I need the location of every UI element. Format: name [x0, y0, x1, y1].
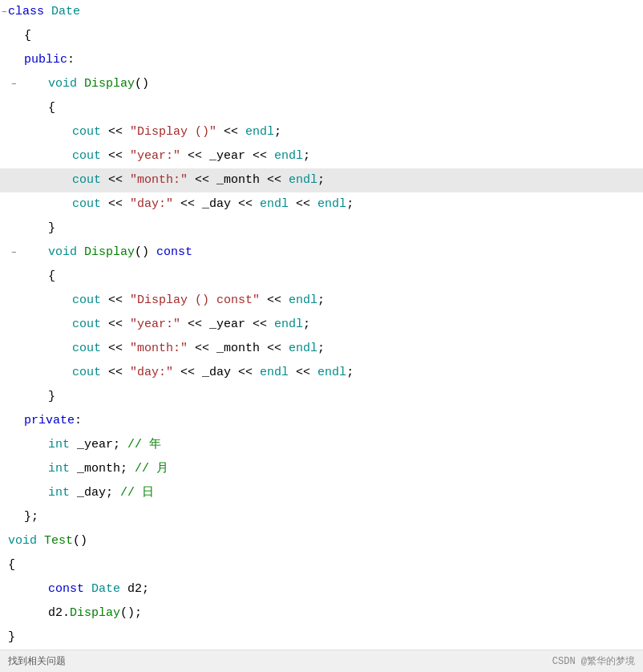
line-content-18: private: — [8, 409, 82, 433]
line-16: cout << "day:" << _day << endl << endl; — [0, 361, 643, 385]
line-8: cout << "month:" << _month << endl; — [0, 168, 643, 192]
line-content-6: cout << "Display ()" << endl; — [8, 120, 281, 144]
line-3: public: — [0, 48, 643, 72]
footer-left-text: 找到相关问题 — [8, 650, 66, 673]
line-content-12: { — [8, 265, 55, 289]
line-22: }; — [0, 505, 643, 529]
line-content-24: { — [8, 553, 15, 577]
footer-bar: 找到相关问题 CSDN @繁华的梦境 — [0, 650, 643, 672]
line-content-19: int _year; // 年 — [8, 433, 161, 457]
line-content-9: cout << "day:" << _day << endl << endl; — [8, 192, 354, 217]
line-4: − void Display() — [0, 72, 643, 96]
fold-icon-11[interactable]: − — [11, 241, 17, 265]
line-content-20: int _month; // 月 — [8, 457, 168, 481]
line-content-17: } — [8, 385, 55, 409]
line-27: } — [0, 625, 643, 650]
line-17: } — [0, 385, 643, 409]
line-21: int _day; // 日 — [0, 481, 643, 505]
line-9: cout << "day:" << _day << endl << endl; — [0, 192, 643, 217]
line-content-13: cout << "Display () const" << endl; — [8, 289, 325, 313]
line-10: } — [0, 217, 643, 241]
line-content-2: { — [8, 24, 31, 48]
line-7: cout << "year:" << _year << endl; — [0, 144, 643, 168]
line-18: private: — [0, 409, 643, 433]
line-1: − class Date — [0, 0, 643, 24]
line-content-8: cout << "month:" << _month << endl; — [8, 168, 325, 192]
line-content-14: cout << "year:" << _year << endl; — [8, 313, 310, 337]
line-15: cout << "month:" << _month << endl; — [0, 337, 643, 361]
fold-icon-1[interactable]: − — [2, 0, 7, 24]
line-12: { — [0, 265, 643, 289]
line-content-26: d2.Display(); — [8, 601, 142, 625]
line-13: cout << "Display () const" << endl; — [0, 289, 643, 313]
line-content-15: cout << "month:" << _month << endl; — [8, 337, 325, 361]
footer-right-text: CSDN @繁华的梦境 — [552, 650, 635, 673]
line-content-4: void Display() — [8, 72, 149, 96]
line-14: cout << "year:" << _year << endl; — [0, 313, 643, 337]
line-23: void Test() — [0, 529, 643, 553]
line-6: cout << "Display ()" << endl; — [0, 120, 643, 144]
code-editor: − class Date { public: − void Display() … — [0, 0, 643, 650]
line-5: { — [0, 96, 643, 120]
line-19: int _year; // 年 — [0, 433, 643, 457]
line-11: − void Display() const — [0, 241, 643, 265]
line-2: { — [0, 24, 643, 48]
line-content-16: cout << "day:" << _day << endl << endl; — [8, 361, 354, 385]
line-content-3: public: — [8, 48, 75, 72]
line-content-1: class Date — [8, 0, 80, 24]
line-content-10: } — [8, 217, 55, 241]
fold-icon-4[interactable]: − — [11, 72, 17, 96]
line-content-21: int _day; // 日 — [8, 481, 154, 505]
line-25: const Date d2; — [0, 577, 643, 601]
line-content-25: const Date d2; — [8, 577, 149, 601]
line-content-11: void Display() const — [8, 241, 192, 265]
line-20: int _month; // 月 — [0, 457, 643, 481]
line-content-5: { — [8, 96, 55, 120]
line-26: d2.Display(); — [0, 601, 643, 625]
line-24: { — [0, 553, 643, 577]
line-content-27: } — [8, 625, 15, 650]
line-content-23: void Test() — [8, 529, 87, 553]
line-content-7: cout << "year:" << _year << endl; — [8, 144, 310, 168]
line-content-22: }; — [8, 505, 38, 529]
